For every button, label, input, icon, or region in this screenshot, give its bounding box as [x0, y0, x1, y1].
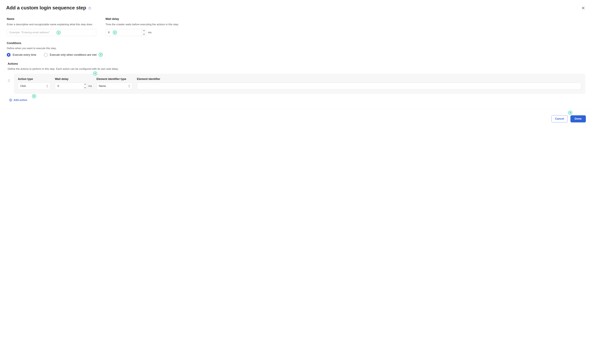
hint-badge-1: 1 [57, 31, 61, 35]
hint-badge-6: 6 [568, 111, 572, 115]
name-label: Name [7, 17, 99, 21]
svg-point-5 [9, 80, 10, 81]
col-element-id: Element identifier [137, 78, 581, 81]
dialog-title: Add a custom login sequence step [6, 5, 86, 11]
chevron-up-icon [84, 83, 86, 85]
chevron-down-icon [143, 33, 145, 35]
radio-dot [7, 53, 10, 57]
wait-delay-increment[interactable] [142, 29, 146, 32]
hint-badge-2: 2 [113, 31, 117, 34]
add-action-label: Add action [13, 98, 27, 102]
wait-delay-stepper [105, 29, 146, 36]
drag-handle-icon [8, 79, 10, 82]
dialog-add-login-step: Add a custom login sequence step ? Name … [0, 0, 592, 127]
element-id-type-value: Name [99, 84, 106, 88]
dialog-header: Add a custom login sequence step ? [6, 5, 586, 11]
hint-badge-3: 3 [99, 53, 103, 57]
actions-section: Actions Define the actions to perform in… [8, 62, 585, 102]
wait-delay-hint: Time the crawler waits before executing … [105, 22, 585, 26]
svg-point-7 [9, 81, 10, 82]
hint-badge-5: 5 [32, 94, 36, 98]
select-chevron-icon [128, 85, 130, 87]
help-icon[interactable]: ? [88, 7, 91, 10]
action-type-value: Click [20, 84, 26, 88]
wait-delay-decrement[interactable] [142, 32, 146, 36]
action-type-select[interactable]: Click [18, 83, 50, 90]
svg-point-6 [8, 81, 8, 82]
radio-execute-when-conditions[interactable]: Execute only when conditions are met 3 [44, 53, 96, 57]
action-wait-decrement[interactable] [84, 86, 87, 90]
add-action-button[interactable]: Add action [9, 98, 27, 102]
hint-badge-4: 4 [93, 72, 97, 75]
name-hint: Enter a descriptive and recognizable nam… [7, 22, 99, 26]
action-wait-input[interactable] [57, 84, 81, 88]
select-chevron-icon [47, 85, 48, 87]
name-input-wrap: 1 [7, 29, 96, 36]
conditions-section: Conditions Define when you want to execu… [7, 42, 585, 57]
radio-execute-every-time[interactable]: Execute every time [7, 53, 36, 57]
element-id-type-select[interactable]: Name [96, 83, 132, 90]
dialog-footer: 6 Cancel Done [0, 109, 592, 127]
action-row-card: Action type Click Wait delay [14, 74, 585, 94]
actions-label: Actions [8, 62, 585, 65]
radio-dot [44, 53, 48, 57]
chevron-down-icon [84, 87, 86, 89]
action-wait-unit: ms [88, 84, 92, 88]
wait-delay-label: Wait delay [105, 17, 585, 21]
radio-label-every: Execute every time [13, 53, 36, 57]
svg-point-3 [9, 79, 10, 80]
name-input[interactable] [9, 31, 94, 34]
svg-point-4 [8, 80, 8, 81]
drag-handle[interactable] [8, 74, 10, 94]
action-wait-increment[interactable] [84, 83, 87, 86]
chevron-up-icon [143, 30, 145, 32]
plus-circle-icon [9, 99, 12, 101]
element-id-input[interactable] [139, 84, 579, 88]
wait-delay-unit: ms [148, 31, 152, 34]
wait-delay-input[interactable] [108, 31, 140, 34]
col-element-id-type: Element identifier type [96, 78, 132, 81]
action-wait-stepper [55, 83, 87, 90]
done-button[interactable]: Done [570, 115, 586, 122]
conditions-hint: Define when you want to execute this ste… [7, 46, 585, 50]
close-icon [582, 6, 585, 10]
col-action-type: Action type [18, 78, 50, 81]
col-wait-delay: Wait delay [55, 78, 92, 81]
conditions-label: Conditions [7, 42, 585, 45]
radio-label-when: Execute only when conditions are met [50, 53, 96, 57]
close-button[interactable] [581, 6, 585, 10]
svg-point-2 [8, 79, 8, 80]
cancel-button[interactable]: Cancel [552, 115, 568, 122]
actions-hint: Define the actions to perform in this st… [8, 67, 585, 71]
